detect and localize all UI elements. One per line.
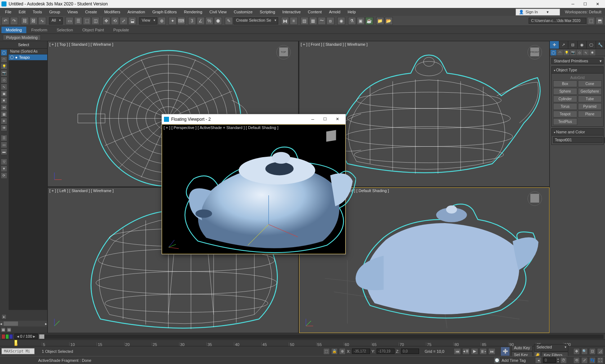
layer-explorer-button[interactable]: ▤ [301,17,308,25]
floating-maximize-button[interactable]: ☐ [319,115,331,124]
lights-subtab[interactable]: 💡 [564,50,569,56]
filter-icon[interactable]: ▽ [1,159,7,165]
name-color-rollout[interactable]: Name and Color [551,128,604,136]
visibility-icon[interactable] [10,56,14,59]
frame-spinner[interactable] [543,358,556,363]
menu-group[interactable]: Group [45,9,64,15]
scroll-left-icon[interactable]: ◂ [0,321,2,326]
maximize-button[interactable]: ☐ [579,0,591,8]
menu-tools[interactable]: Tools [29,9,46,15]
y-coord-input[interactable] [377,349,395,354]
scene-list[interactable]: Name (Sorted As ● Teapo [9,49,47,310]
viewcube-front[interactable]: FRONT [528,45,542,59]
x-coord-input[interactable] [352,349,370,354]
goto-end-button[interactable]: ⏭ [488,348,495,355]
render-button[interactable]: ☕ [365,17,373,25]
primitive-box[interactable]: Box [553,80,577,87]
manipulate-button[interactable]: ✦ [169,17,177,25]
display-lights-icon[interactable]: 💡 [1,63,7,70]
display-cameras-icon[interactable]: 📷 [1,70,7,76]
scene-item-teapot[interactable]: ● Teapo [9,54,47,60]
nav-zoomext-button[interactable]: ⊡ [589,348,596,355]
time-slider-track[interactable] [39,334,604,339]
select-place-button[interactable]: ⬓ [128,17,136,25]
current-frame[interactable]: ◂ 0 / 100 ▸ [14,334,38,339]
floating-viewport[interactable]: [ + ] [ Perspective ] [ ActiveShade + St… [162,124,346,254]
se-tool3-icon[interactable]: ▬ [1,148,7,155]
open-proj-button[interactable]: 📁 [376,17,384,25]
schematic-view-button[interactable]: ⧈ [326,17,334,25]
render-setup-button[interactable]: ⚗ [348,17,356,25]
key-mode-button[interactable]: ✚ [501,347,510,356]
viewport-front-label[interactable]: [ + ] [ Front ] [ Standard ] [ Wireframe… [301,42,368,46]
menu-views[interactable]: Views [64,9,81,15]
time-tag-icon[interactable]: 🕒 [494,357,500,364]
prev-frame-button[interactable]: ◂⏸ [462,348,470,355]
menu-file[interactable]: File [1,9,15,15]
sync-icon[interactable]: ⟳ [1,172,7,179]
z-coord-input[interactable] [401,349,419,354]
primitive-cylinder[interactable]: Cylinder [553,96,577,102]
timeline-channels[interactable] [1,334,13,339]
menu-rendering[interactable]: Rendering [181,9,206,15]
angle-snap-button[interactable]: ∠ [197,17,205,25]
scene-list-header[interactable]: Name (Sorted As [9,49,47,54]
proj-btn2[interactable]: ⬒ [596,17,604,25]
utilities-tab[interactable]: 🔧 [596,41,605,49]
primitive-teapot[interactable]: Teapot [553,111,577,117]
display-helpers-icon[interactable]: ◇ [1,77,7,83]
time-slider-handle[interactable] [39,334,44,339]
scroll-right-icon[interactable]: ▸ [45,321,47,326]
floating-close-button[interactable]: ✕ [331,115,343,124]
nav-pan-button[interactable]: ✥ [573,348,580,355]
selection-filter-dropdown[interactable]: All [49,17,63,25]
menu-help[interactable]: Help [344,9,360,15]
snap-toggle-button[interactable]: 3 [188,17,196,25]
signin-button[interactable]: 👤 Sign In ▾ [516,9,560,15]
menu-animation[interactable]: Animation [124,9,149,15]
reference-coord-dropdown[interactable]: View [139,17,157,25]
transform-gizmo-icon[interactable]: ⊕ [339,348,346,355]
ribbon-tab-object-paint[interactable]: Object Paint [78,27,108,33]
display-hidden-icon[interactable]: 👁 [1,125,7,131]
menu-civil-view[interactable]: Civil View [206,9,230,15]
set-proj-button[interactable]: 📂 [385,17,393,25]
display-groups-icon[interactable]: ▣ [1,90,7,97]
polygon-modeling-panel[interactable]: Polygon Modeling [3,35,41,40]
proj-btn1[interactable]: ⬚ [587,17,595,25]
ribbon-tab-freeform[interactable]: Freeform [27,27,52,33]
viewcube-persp[interactable] [528,191,542,206]
layout2-icon[interactable]: ▧ [6,327,12,332]
scroll-thumb[interactable] [4,321,18,326]
pivot-center-button[interactable]: ⊕ [158,17,166,25]
object-color-swatch[interactable] [604,137,605,143]
material-editor-button[interactable]: ◉ [337,17,345,25]
menu-create[interactable]: Create [81,9,101,15]
add-time-tag-label[interactable]: Add Time Tag [502,358,526,363]
display-tab[interactable]: 🖵 [587,41,596,49]
render-frame-button[interactable]: ▣ [357,17,365,25]
nav-dolly-button[interactable]: ⤢ [581,357,588,364]
display-frozen-icon[interactable]: ❄ [1,118,7,124]
display-bone-icon[interactable]: ⋈ [1,104,7,111]
floating-titlebar[interactable]: Floating Viewport - 2 ─ ☐ ✕ [162,114,346,124]
spinner-snap-button[interactable]: ⬣ [214,17,222,25]
floating-viewport-label[interactable]: [ + ] [ Perspective ] [ ActiveShade + St… [164,125,279,130]
redo-button[interactable]: ↷ [10,17,18,25]
menu-interactive[interactable]: Interactive [279,9,304,15]
select-object-button[interactable]: ▭ [66,17,74,25]
window-crossing-button[interactable]: ◫ [92,17,99,25]
modify-tab[interactable]: ↗ [559,41,569,49]
viewcube-top[interactable]: TOP [276,45,291,59]
menu-content[interactable]: Content [304,9,325,15]
percent-snap-button[interactable]: % [205,17,213,25]
time-slider[interactable]: ◂ 0 / 100 ▸ [0,333,605,339]
cameras-subtab[interactable]: 📷 [570,50,576,56]
menu-customize[interactable]: Customize [230,9,256,15]
geometry-subtab[interactable]: ◯ [551,50,556,56]
edit-named-sel-button[interactable]: ✎ [225,17,233,25]
undo-button[interactable]: ↶ [1,17,9,25]
select-scale-button[interactable]: ⤢ [120,17,128,25]
primitive-pyramid[interactable]: Pyramid [578,103,602,110]
named-selection-dropdown[interactable]: Create Selection Se [233,17,278,25]
